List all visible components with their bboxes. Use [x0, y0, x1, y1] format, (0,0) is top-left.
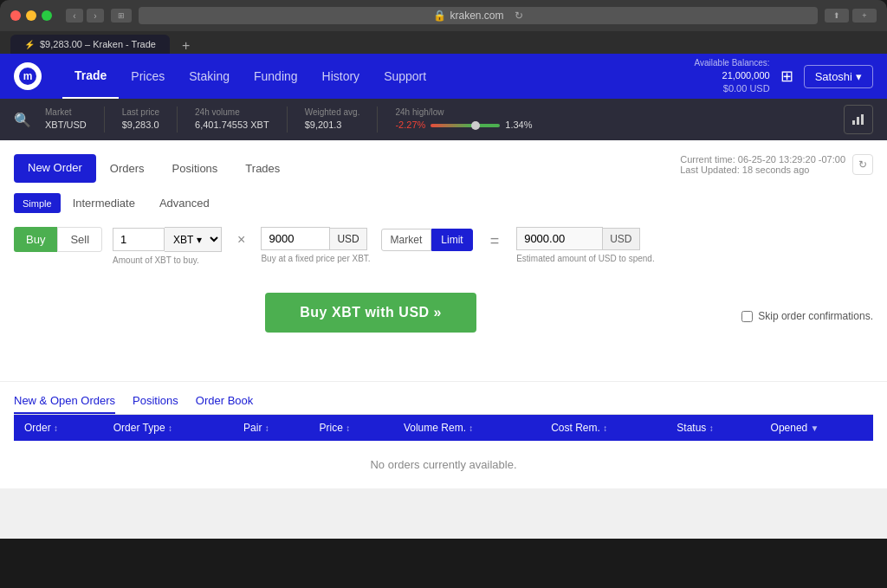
order-form: Buy Sell XBT ▾ Amount of XBT to buy. ×	[14, 227, 873, 265]
result-currency-label: USD	[603, 228, 639, 250]
maximize-button[interactable]	[42, 10, 52, 21]
nav-item-trade[interactable]: Trade	[62, 54, 119, 99]
col-order[interactable]: Order ↕	[14, 415, 103, 441]
market-limit-toggle: Market Limit	[381, 229, 473, 251]
amount-input[interactable]	[113, 228, 165, 251]
close-button[interactable]	[10, 10, 21, 21]
search-icon[interactable]: 🔍	[14, 112, 31, 128]
nav-item-history[interactable]: History	[310, 54, 372, 99]
col-opened[interactable]: Opened ▼	[761, 415, 873, 441]
browser-tab[interactable]: ⚡ $9,283.00 – Kraken - Trade	[10, 35, 170, 54]
forward-button[interactable]: ›	[87, 9, 104, 23]
result-input[interactable]	[516, 227, 603, 250]
nav-item-support[interactable]: Support	[372, 54, 438, 99]
last-updated-label: Last Updated:	[680, 165, 740, 175]
tab-positions[interactable]: Positions	[133, 389, 178, 414]
svg-rect-2	[852, 120, 855, 125]
logo-icon: m	[14, 62, 42, 90]
buy-button-row: Buy XBT with USD » Skip order confirmati…	[14, 286, 873, 346]
tab-intermediate[interactable]: Intermediate	[61, 193, 147, 213]
col-cost-rem[interactable]: Cost Rem. ↕	[541, 415, 666, 441]
market-bar: 🔍 Market XBT/USD Last price $9,283.0 24h…	[0, 99, 887, 140]
tab-title: $9,283.00 – Kraken - Trade	[40, 39, 156, 49]
sell-button[interactable]: Sell	[57, 227, 102, 252]
result-field-group: USD Estimated amount of USD to spend.	[516, 227, 655, 263]
tab-positions[interactable]: Positions	[159, 155, 232, 184]
minimize-button[interactable]	[26, 10, 36, 21]
url-text: kraken.com	[450, 10, 503, 22]
market-button[interactable]: Market	[381, 229, 432, 251]
amount-hint: Amount of XBT to buy.	[113, 255, 222, 265]
skip-confirmation-checkbox-label[interactable]: Skip order confirmations.	[741, 310, 873, 322]
slider-dot	[471, 121, 480, 130]
limit-button[interactable]: Limit	[431, 229, 472, 251]
result-hint: Estimated amount of USD to spend.	[516, 254, 655, 263]
table-header-row: Order ↕ Order Type ↕ Pair ↕ Price	[14, 415, 873, 441]
nav-item-funding[interactable]: Funding	[242, 54, 310, 99]
tab-trades[interactable]: Trades	[231, 155, 294, 184]
nav-item-prices[interactable]: Prices	[119, 54, 177, 99]
back-button[interactable]: ‹	[66, 9, 83, 23]
last-updated-value: 18 seconds ago	[742, 165, 810, 175]
col-volume-rem[interactable]: Volume Rem. ↕	[393, 415, 541, 441]
traffic-lights	[10, 10, 52, 21]
order-tabs: New Order Orders Positions Trades	[14, 154, 294, 183]
col-pair[interactable]: Pair ↕	[233, 415, 309, 441]
nav-item-staking[interactable]: Staking	[177, 54, 242, 99]
address-bar[interactable]: 🔒 kraken.com ↻	[139, 7, 818, 24]
order-type-tabs: Simple Intermediate Advanced	[14, 193, 873, 213]
col-status[interactable]: Status ↕	[666, 415, 760, 441]
sort-opened-icon: ▼	[811, 423, 819, 433]
sort-status-icon: ↕	[709, 423, 714, 433]
user-label: Satoshi	[815, 70, 852, 83]
main-nav: Trade Prices Staking Funding History Sup…	[62, 54, 695, 99]
slider-track	[431, 124, 500, 127]
svg-rect-3	[857, 117, 859, 125]
tab-control-button[interactable]: ⊞	[111, 9, 132, 23]
col-order-type[interactable]: Order Type ↕	[103, 415, 233, 441]
market-pair-stat: Market XBT/USD	[45, 107, 105, 132]
time-info: Current time: 06-25-20 13:29:20 -07:00 L…	[680, 154, 845, 175]
chart-button[interactable]	[844, 105, 873, 134]
sort-volume-icon: ↕	[469, 423, 473, 433]
skip-confirmation-checkbox[interactable]	[741, 311, 753, 322]
refresh-button[interactable]: ↻	[852, 154, 873, 175]
sort-pair-icon: ↕	[265, 423, 269, 433]
col-price[interactable]: Price ↕	[309, 415, 393, 441]
kraken-logo[interactable]: m	[14, 62, 42, 90]
bottom-section: New & Open Orders Positions Order Book O…	[0, 381, 887, 488]
no-orders-text: No orders currently available.	[14, 441, 873, 488]
price-hint: Buy at a fixed price per XBT.	[261, 254, 370, 263]
price-input[interactable]	[261, 227, 330, 250]
high-low-stat: 24h high/low -2.27% 1.34%	[395, 107, 549, 132]
price-currency-label: USD	[330, 228, 366, 250]
grid-icon[interactable]: ⊞	[780, 67, 793, 86]
balances-label: Available Balances:	[695, 57, 770, 69]
volume-stat: 24h volume 6,401.74553 XBT	[195, 107, 288, 132]
current-time-value: 06-25-20 13:29:20 -07:00	[738, 154, 845, 165]
tab-open-orders[interactable]: New & Open Orders	[14, 389, 115, 414]
lock-icon: 🔒	[433, 10, 446, 22]
new-tab-button[interactable]: +	[852, 9, 877, 23]
tab-orders[interactable]: Orders	[96, 155, 159, 184]
tab-simple[interactable]: Simple	[14, 193, 61, 213]
svg-rect-4	[861, 114, 864, 125]
available-balances: Available Balances: 21,000,000 $0.00 USD	[695, 57, 770, 96]
header-right: Available Balances: 21,000,000 $0.00 USD…	[695, 57, 873, 96]
multiply-sign: ×	[232, 232, 250, 248]
new-tab-plus-button[interactable]: +	[177, 38, 195, 54]
tab-order-book[interactable]: Order Book	[196, 389, 253, 414]
refresh-icon[interactable]: ↻	[515, 10, 523, 22]
last-price-stat: Last price $9,283.0	[122, 107, 178, 132]
no-orders-row: No orders currently available.	[14, 441, 873, 488]
sort-price-icon: ↕	[346, 423, 350, 433]
buy-xbt-button[interactable]: Buy XBT with USD »	[265, 293, 476, 333]
tab-advanced[interactable]: Advanced	[147, 193, 222, 213]
svg-text:m: m	[23, 70, 33, 82]
buy-button[interactable]: Buy	[14, 227, 57, 252]
user-menu-button[interactable]: Satoshi ▾	[804, 65, 873, 88]
amount-currency-select[interactable]: XBT ▾	[165, 227, 222, 252]
buy-sell-toggle: Buy Sell	[14, 227, 102, 252]
share-button[interactable]: ⬆	[825, 9, 849, 23]
tab-new-order[interactable]: New Order	[14, 154, 96, 183]
